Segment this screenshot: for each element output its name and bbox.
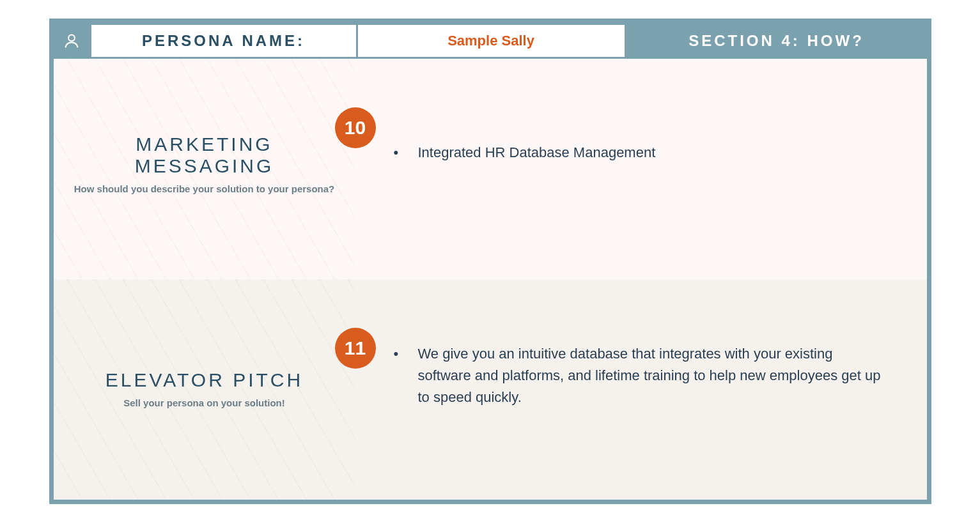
persona-name-value: Sample Sally xyxy=(358,23,626,59)
row-2-subtitle: Sell your persona on your solution! xyxy=(73,396,336,410)
persona-name-label: PERSONA NAME: xyxy=(89,23,358,59)
row-2-label-cell: ELEVATOR PITCH Sell your persona on your… xyxy=(54,279,355,500)
row-1-title: MARKETING MESSAGING xyxy=(73,134,336,177)
section-label: SECTION 4: HOW? xyxy=(626,23,927,59)
header-bar: PERSONA NAME: Sample Sally SECTION 4: HO… xyxy=(54,23,927,59)
row-1-bullet: Integrated HR Database Management xyxy=(394,142,889,164)
row-2-content-cell: We give you an intuitive database that i… xyxy=(355,279,927,500)
slide-body: MARKETING MESSAGING How should you descr… xyxy=(54,59,927,500)
row-2-title: ELEVATOR PITCH xyxy=(73,369,336,391)
row-1-label-cell: MARKETING MESSAGING How should you descr… xyxy=(54,59,355,279)
row-1-content-cell: Integrated HR Database Management xyxy=(355,59,927,279)
row-1-badge: 10 xyxy=(335,107,376,148)
row-2-bullet: We give you an intuitive database that i… xyxy=(394,343,889,408)
row-1-subtitle: How should you describe your solution to… xyxy=(73,182,336,196)
row-2-badge: 11 xyxy=(335,328,376,369)
persona-icon xyxy=(54,23,89,59)
persona-slide: PERSONA NAME: Sample Sally SECTION 4: HO… xyxy=(49,19,931,504)
svg-point-0 xyxy=(68,35,75,41)
